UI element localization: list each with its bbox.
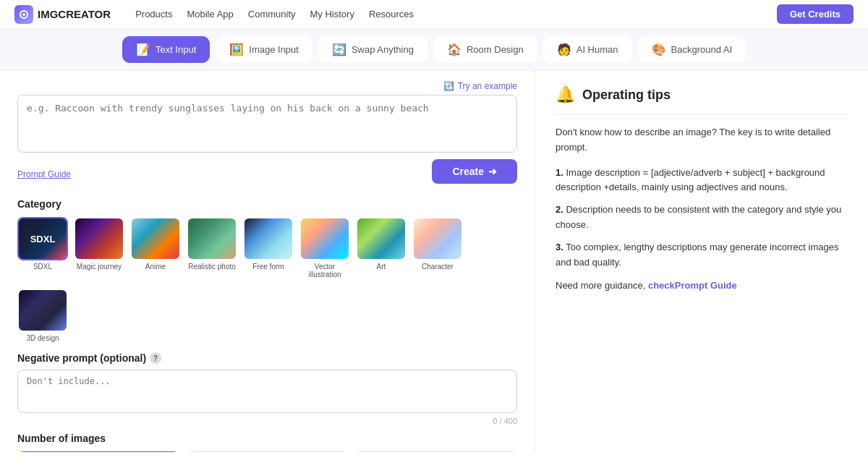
nav-item-my-history[interactable]: My History (310, 6, 354, 22)
svg-point-1 (22, 13, 25, 16)
category-item-free-form[interactable]: Free form (243, 217, 294, 278)
background-ai-icon: 🎨 (652, 43, 666, 56)
tip-1-text: Image description = [adjective/adverb + … (556, 167, 825, 193)
category-label-magic-journey: Magic journey (77, 263, 122, 271)
tab-ai-human-label: AI Human (576, 44, 618, 55)
category-label-realistic-photo: Realistic photo (188, 263, 236, 271)
swap-anything-icon: 🔄 (332, 43, 346, 56)
room-design-icon: 🏠 (447, 43, 461, 56)
prompt-textarea[interactable] (17, 95, 517, 153)
prompt-guide-link[interactable]: Prompt Guide (17, 169, 71, 179)
operating-tips-intro: Don't know how to describe an image? The… (556, 125, 848, 156)
top-nav: IMGCREATOR Products Mobile App Community… (0, 0, 868, 29)
number-options: 4 6 8 (17, 451, 517, 452)
category-item-character[interactable]: Character (412, 217, 463, 278)
tip-2-number: 2. (556, 204, 563, 215)
create-button[interactable]: Create ➜ (432, 159, 517, 184)
create-row: Create ➜ (432, 159, 517, 184)
nav-item-mobile-app[interactable]: Mobile App (187, 6, 233, 22)
operating-tips-title: Operating tips (582, 88, 671, 103)
operating-tips-header: 🔔 Operating tips (556, 85, 848, 104)
logo-text: IMGCREATOR (38, 8, 111, 20)
num-option-8[interactable]: 8 (355, 451, 517, 452)
left-panel: 🔃 Try an example Prompt Guide Create ➜ C… (0, 71, 535, 452)
tab-swap-anything[interactable]: 🔄 Swap Anything (318, 36, 427, 63)
logo[interactable]: IMGCREATOR (14, 5, 111, 24)
tab-room-design-label: Room Design (467, 44, 524, 55)
category-grid-row2: 3D design (17, 289, 517, 342)
ai-human-icon: 🧑 (557, 43, 571, 56)
tab-image-input[interactable]: 🖼️ Image Input (216, 36, 312, 63)
number-of-images-title: Number of images (17, 433, 517, 444)
nav-item-community[interactable]: Community (248, 6, 296, 22)
logo-icon (14, 5, 33, 24)
num-option-6[interactable]: 6 (187, 451, 349, 452)
category-label-anime: Anime (145, 263, 166, 271)
tip-2: 2. Description needs to be consistent wi… (556, 203, 848, 233)
category-label-3d-design: 3D design (26, 334, 59, 342)
try-example-link[interactable]: 🔃 Try an example (17, 81, 517, 91)
tab-swap-anything-label: Swap Anything (352, 44, 414, 55)
negative-prompt-textarea[interactable] (17, 370, 517, 413)
bell-icon: 🔔 (556, 85, 575, 104)
category-label-character: Character (422, 263, 454, 271)
category-item-magic-journey[interactable]: Magic journey (74, 217, 124, 278)
number-of-images-section: Number of images 4 6 8 (17, 433, 517, 452)
category-item-anime[interactable]: Anime (130, 217, 181, 278)
nav-item-resources[interactable]: Resources (369, 6, 414, 22)
tab-background-ai[interactable]: 🎨 Background AI (638, 36, 746, 63)
category-item-realistic-photo[interactable]: Realistic photo (187, 217, 237, 278)
tab-ai-human[interactable]: 🧑 AI Human (543, 36, 632, 63)
nav-item-products[interactable]: Products (135, 6, 172, 22)
nav-items: Products Mobile App Community My History… (135, 6, 760, 22)
category-item-sdxl[interactable]: SDXL SDXL (17, 217, 68, 278)
tab-text-input[interactable]: 📝 Text Input (122, 36, 210, 63)
category-item-3d-design[interactable]: 3D design (17, 289, 68, 342)
check-guide-text: Need more guidance, checkPrompt Guide (556, 280, 848, 291)
check-prompt-guide-link[interactable]: checkPrompt Guide (648, 280, 737, 291)
tool-tabs-bar: 📝 Text Input 🖼️ Image Input 🔄 Swap Anyth… (0, 29, 868, 71)
category-label-art: Art (377, 263, 386, 271)
tip-3: 3. Too complex, lengthy descriptions may… (556, 240, 848, 271)
text-input-icon: 📝 (136, 43, 150, 56)
negative-prompt-title: Negative prompt (optional) (17, 352, 146, 364)
image-input-icon: 🖼️ (229, 43, 244, 56)
num-option-4[interactable]: 4 (17, 451, 179, 452)
tab-image-input-label: Image Input (249, 44, 299, 55)
get-credits-button[interactable]: Get Credits (777, 4, 854, 24)
category-item-art[interactable]: Art (356, 217, 407, 278)
tip-1: 1. Image description = [adjective/adverb… (556, 166, 848, 196)
tips-list: 1. Image description = [adjective/adverb… (556, 166, 848, 271)
category-label-sdxl: SDXL (33, 263, 52, 271)
tip-2-text: Description needs to be consistent with … (556, 204, 841, 230)
category-title: Category (17, 198, 517, 210)
tip-3-text: Too complex, lengthy descriptions may ge… (556, 242, 838, 268)
tab-room-design[interactable]: 🏠 Room Design (433, 36, 537, 63)
refresh-icon: 🔃 (443, 81, 454, 91)
create-button-label: Create (452, 166, 484, 177)
guide-prefix: Need more guidance, (556, 280, 645, 291)
tip-3-number: 3. (556, 242, 563, 252)
tips-divider (556, 114, 848, 115)
try-example-label: Try an example (458, 81, 517, 91)
right-panel: 🔔 Operating tips Don't know how to descr… (535, 71, 868, 452)
category-label-vector-illustration: Vector illustration (299, 263, 350, 278)
arrow-right-icon: ➜ (488, 166, 497, 177)
char-count: 0 / 400 (17, 417, 517, 425)
category-grid: SDXL SDXL Magic journey Anime Realistic … (17, 217, 517, 278)
tab-background-ai-label: Background AI (671, 44, 733, 55)
category-item-vector-illustration[interactable]: Vector illustration (299, 217, 350, 278)
negative-prompt-section: Negative prompt (optional) ? (17, 352, 517, 364)
tab-text-input-label: Text Input (156, 44, 196, 55)
tip-1-number: 1. (556, 167, 563, 178)
help-icon[interactable]: ? (150, 352, 161, 364)
category-label-free-form: Free form (252, 263, 284, 271)
main-content: 🔃 Try an example Prompt Guide Create ➜ C… (0, 71, 868, 452)
